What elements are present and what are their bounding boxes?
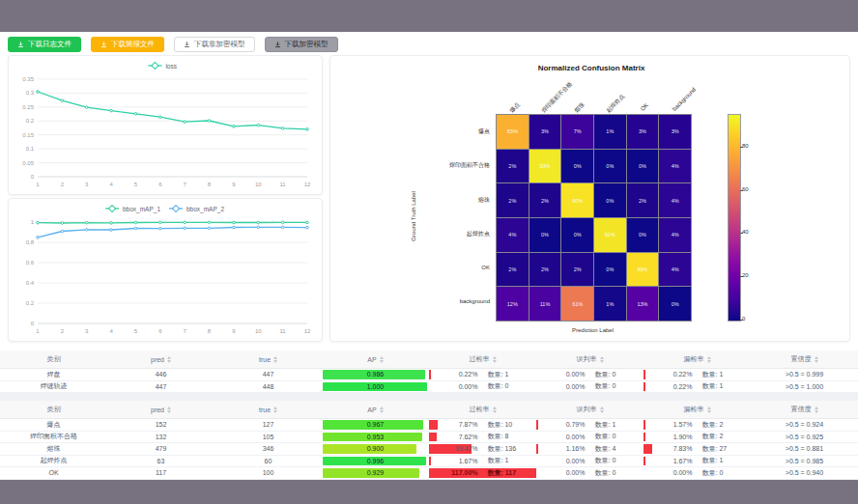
table-row: 焊缝轨迹4474481.0000.00%数量: 00.00%数量: 00.22%… — [0, 381, 858, 394]
rate-cell: 0.00%数量: 0 — [536, 456, 644, 467]
pred-cell: 446 — [107, 369, 214, 380]
column-header-误判率[interactable]: 误判率 — [536, 350, 644, 368]
matrix-cell: 2% — [497, 253, 529, 287]
svg-text:9: 9 — [232, 328, 236, 334]
column-header-误判率[interactable]: 误判率 — [536, 401, 644, 418]
rate-cell: 1.57%数量: 2 — [644, 419, 751, 431]
matrix-row-label: background — [374, 298, 490, 304]
column-header-label: 类别 — [47, 354, 61, 364]
rate-percent: 0.00% — [536, 371, 586, 378]
svg-text:11: 11 — [279, 182, 286, 187]
column-header-过检率[interactable]: 过检率 — [429, 401, 536, 418]
rate-cell: 0.22%数量: 1 — [644, 369, 751, 380]
svg-text:6: 6 — [158, 328, 162, 334]
sort-icon — [600, 356, 604, 363]
confidence-cell: >0.5 = 0.940 — [751, 467, 858, 479]
column-header-label: 过检率 — [470, 354, 490, 364]
rate-percent: 0.00% — [644, 469, 693, 476]
confusion-matrix-card: Normalized Confusion Matrix Ground Truth… — [329, 55, 850, 342]
rate-cell: 117.00%数量: 117 — [429, 467, 536, 479]
button-label: 下载简报文件 — [111, 41, 155, 48]
confidence-cell: >0.5 = 0.925 — [751, 432, 858, 443]
class-name-cell: 起焊炸点 — [0, 456, 107, 467]
true-cell: 100 — [214, 467, 322, 479]
rate-percent: 1.67% — [644, 458, 693, 464]
legend-item-loss[interactable]: loss — [148, 62, 177, 69]
ap-cell: 1.000 — [322, 381, 429, 393]
rate-percent: 0.00% — [536, 434, 586, 440]
column-header-置信度[interactable]: 置信度 — [751, 350, 858, 368]
rate-percent: 1.16% — [536, 445, 586, 452]
rate-count: 数量: 1 — [586, 420, 644, 430]
column-header-置信度[interactable]: 置信度 — [751, 401, 858, 418]
class-name-cell: 爆点 — [0, 419, 107, 431]
column-header-AP[interactable]: AP — [322, 401, 429, 418]
rate-count: 数量: 0 — [586, 381, 644, 391]
true-cell: 447 — [214, 369, 322, 380]
svg-text:1: 1 — [36, 182, 40, 187]
svg-text:4: 4 — [109, 328, 113, 334]
sort-icon — [493, 406, 497, 413]
column-header-pred[interactable]: pred — [107, 401, 214, 418]
legend-item-bbox_mAP_2[interactable]: bbox_mAP_2 — [169, 205, 224, 212]
column-header-label: AP — [367, 356, 376, 363]
svg-text:bbox_mAP_2: bbox_mAP_2 — [186, 206, 224, 213]
svg-text:0.1: 0.1 — [26, 146, 35, 152]
column-header-pred[interactable]: pred — [107, 350, 214, 368]
matrix-cell: 2% — [561, 253, 593, 287]
column-header-类别: 类别 — [0, 350, 107, 368]
download-toolbar: 下载日志文件下载简报文件下载非加密模型下载加密模型 — [8, 35, 338, 54]
true-cell: 105 — [214, 432, 322, 443]
svg-text:0.3: 0.3 — [26, 90, 35, 96]
svg-text:10: 10 — [255, 328, 262, 334]
class-name-cell: 焊印面积不合格 — [0, 432, 107, 443]
download-button-1[interactable]: 下载简报文件 — [91, 37, 164, 52]
colorbar-tick-label: 60 — [742, 186, 749, 192]
rate-percent: 0.79% — [536, 421, 586, 428]
column-header-类别: 类别 — [0, 401, 107, 418]
matrix-row-label: OK — [374, 265, 490, 270]
column-header-漏检率[interactable]: 漏检率 — [644, 401, 751, 418]
column-header-true[interactable]: true — [214, 350, 322, 368]
matrix-col-label: OK — [640, 102, 649, 112]
download-button-0[interactable]: 下载日志文件 — [8, 37, 81, 52]
sort-icon — [273, 406, 277, 413]
ap-cell: 0.953 — [322, 432, 429, 443]
ap-value: 1.000 — [367, 383, 385, 390]
rate-count: 数量: 8 — [478, 432, 537, 441]
pred-cell: 447 — [107, 381, 214, 393]
rate-cell: 0.00%数量: 0 — [536, 369, 644, 380]
x-axis-label: Prediction Label — [496, 327, 690, 333]
rate-percent: 117.00% — [429, 469, 478, 476]
column-header-label: 过检率 — [470, 405, 490, 414]
ap-value: 0.996 — [367, 458, 385, 464]
matrix-cell: 13% — [627, 287, 659, 321]
ap-value: 0.986 — [367, 371, 385, 378]
table-row: 爆点1521270.9677.87%数量: 100.79%数量: 11.57%数… — [0, 419, 858, 432]
sort-icon — [273, 356, 277, 363]
pred-cell: 117 — [107, 467, 214, 479]
column-header-漏检率[interactable]: 漏检率 — [644, 350, 751, 368]
true-cell: 448 — [214, 381, 322, 393]
legend-item-bbox_mAP_1[interactable]: bbox_mAP_1 — [105, 205, 160, 212]
rate-percent: 1.57% — [644, 421, 693, 428]
rate-cell: 7.83%数量: 27 — [644, 443, 751, 455]
table-row: 起焊炸点63600.9961.67%数量: 10.00%数量: 01.67%数量… — [0, 456, 858, 468]
matrix-cell: 11% — [529, 287, 561, 321]
column-header-AP[interactable]: AP — [322, 350, 429, 368]
rate-cell: 0.00%数量: 0 — [644, 467, 751, 479]
download-button-2[interactable]: 下载非加密模型 — [174, 37, 255, 52]
column-header-过检率[interactable]: 过检率 — [429, 350, 536, 368]
matrix-cell: 2% — [627, 183, 659, 217]
table-row: 焊盘4464470.9860.22%数量: 10.00%数量: 00.22%数量… — [0, 369, 858, 381]
rate-percent: 1.90% — [644, 434, 693, 440]
download-icon — [17, 41, 24, 48]
loss-chart-card: 00.050.10.150.20.250.30.3512345678910111… — [8, 55, 323, 195]
sort-icon — [600, 406, 604, 413]
svg-text:8: 8 — [208, 328, 212, 334]
column-header-true[interactable]: true — [214, 401, 322, 418]
matrix-cell: 0% — [594, 253, 626, 287]
download-icon — [184, 41, 190, 48]
rate-percent: 7.83% — [644, 445, 693, 452]
download-button-3[interactable]: 下载加密模型 — [265, 37, 338, 52]
